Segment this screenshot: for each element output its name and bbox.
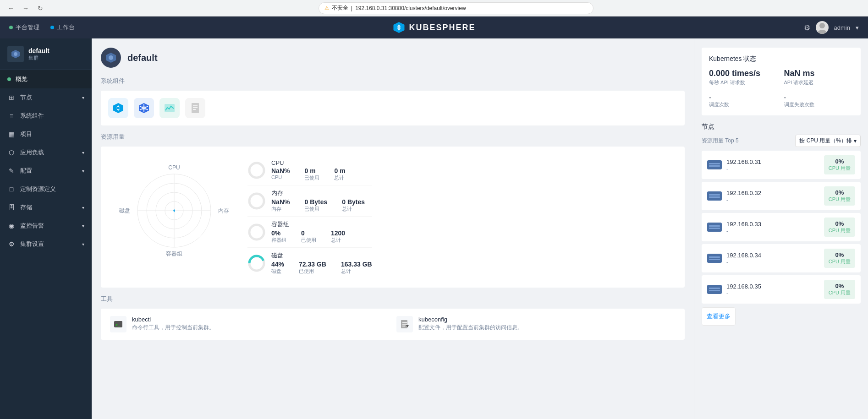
- component-k8s-icon[interactable]: [134, 98, 154, 118]
- custom-resources-icon: □: [7, 185, 16, 193]
- sort-dropdown[interactable]: 按 CPU 用量（%）排 ▾: [795, 135, 861, 147]
- svg-text:>_: >_: [115, 323, 120, 327]
- k8s-stats-grid: 0.000 times/s 每秒 API 请求数 NaN ms API 请求延迟: [709, 69, 853, 86]
- stats-divider: [709, 90, 853, 90]
- top-navbar: 平台管理 工作台 KUBESPHERE ⚙ admin ▾: [0, 16, 868, 38]
- platform-management-nav[interactable]: 平台管理: [9, 23, 39, 32]
- cpu-pct-item: NaN% CPU: [271, 167, 290, 181]
- pods-metric-name: 容器组: [271, 220, 345, 229]
- node-info-2: 192.168.0.33 -: [726, 221, 819, 234]
- schedule-count-stat: - 调度次数: [709, 94, 779, 108]
- node-item-1[interactable]: 192.168.0.32 - 0% CPU 用量: [702, 182, 861, 210]
- node-item-4[interactable]: 192.168.0.35 - 0% CPU 用量: [702, 275, 861, 304]
- view-more-button[interactable]: 查看更多: [702, 307, 736, 326]
- component-ks-icon[interactable]: [108, 98, 128, 118]
- pods-total-item: 1200 总计: [331, 229, 345, 244]
- logo: KUBESPHERE: [392, 21, 475, 34]
- projects-icon: ▦: [7, 131, 16, 138]
- logo-icon: [392, 21, 405, 34]
- sidebar-item-config[interactable]: ✎ 配置 ▾: [0, 162, 92, 180]
- sidebar-item-nodes[interactable]: ⊞ 节点 ▾: [0, 88, 92, 107]
- k8s-status-title: Kubernetes 状态: [709, 55, 853, 63]
- cpu-total-value: 0 m: [334, 167, 345, 174]
- memory-metric-info: 内存 NaN% 内存 0 Bytes 已使用: [271, 189, 365, 212]
- svg-rect-3: [397, 26, 400, 29]
- node-ip-0: 192.168.0.31: [726, 158, 819, 165]
- settings-icon[interactable]: ⚙: [804, 23, 810, 32]
- sidebar-item-storage[interactable]: 🗄 存储 ▾: [0, 198, 92, 217]
- node-sub-4: -: [726, 290, 819, 296]
- sidebar-item-cluster-settings[interactable]: ⚙ 集群设置 ▾: [0, 235, 92, 253]
- svg-marker-33: [174, 210, 175, 212]
- kubectl-icon: >_: [110, 316, 126, 332]
- pods-used-label: 已使用: [301, 237, 316, 244]
- node-badge-1: 0% CPU 用量: [824, 186, 855, 206]
- security-warning-text: 不安全: [332, 4, 348, 12]
- svg-point-36: [249, 225, 264, 239]
- pods-metric-info: 容器组 0% 容器组 0 已使用: [271, 220, 345, 244]
- sidebar-item-projects[interactable]: ▦ 项目: [0, 125, 92, 143]
- browser-bar: ← → ↻ ⚠ 不安全 | 192.168.0.31:30880/cluster…: [0, 0, 868, 16]
- sidebar-item-system-components[interactable]: ≡ 系统组件: [0, 107, 92, 125]
- security-warning-icon: ⚠: [324, 5, 329, 11]
- sidebar-label-nodes: 节点: [20, 93, 32, 102]
- sidebar-label-custom-resources: 定制资源定义: [20, 185, 56, 193]
- platform-label: 平台管理: [16, 23, 39, 32]
- sidebar-item-custom-resources[interactable]: □ 定制资源定义: [0, 180, 92, 198]
- schedule-fail-label: 调度失败次数: [784, 101, 854, 108]
- api-latency-label: API 请求延迟: [784, 79, 854, 86]
- disk-total-item: 163.33 GB 总计: [341, 261, 372, 275]
- user-dropdown-icon[interactable]: ▾: [856, 24, 859, 31]
- disk-used-value: 72.33 GB: [299, 261, 326, 268]
- nav-icons: ⚙: [804, 23, 810, 32]
- disk-metric-info: 磁盘 44% 磁盘 72.33 GB 已使用: [271, 251, 372, 275]
- top5-header: 资源用量 Top 5 按 CPU 用量（%）排 ▾: [702, 135, 861, 147]
- disk-total-label: 总计: [341, 268, 372, 275]
- overview-dot-icon: [7, 77, 11, 81]
- back-button[interactable]: ←: [5, 3, 16, 14]
- node-info-3: 192.168.0.34 -: [726, 252, 819, 265]
- storage-arrow-icon: ▾: [82, 205, 84, 210]
- pods-total-value: 1200: [331, 229, 345, 237]
- workspace-nav[interactable]: 工作台: [50, 23, 75, 32]
- sidebar-label-system-components: 系统组件: [20, 112, 44, 120]
- node-percent-2: 0%: [829, 220, 851, 227]
- address-bar[interactable]: ⚠ 不安全 | 192.168.0.31:30880/clusters/defa…: [319, 2, 593, 14]
- sidebar-item-monitoring[interactable]: ◉ 监控告警 ▾: [0, 217, 92, 235]
- node-server-icon-3: [707, 254, 722, 263]
- kubeconfig-icon: [396, 316, 413, 332]
- schedule-count-label: 调度次数: [709, 101, 779, 108]
- memory-used-label: 已使用: [304, 206, 327, 212]
- workspace-dot-icon: [50, 26, 54, 29]
- svg-point-35: [249, 194, 264, 208]
- component-monitoring-icon[interactable]: [159, 98, 180, 118]
- sidebar-item-app-workloads[interactable]: ⬡ 应用负载 ▾: [0, 143, 92, 162]
- page-title: default: [127, 53, 158, 63]
- kubectl-tool[interactable]: >_ kubectl 命令行工具，用于控制当前集群。: [110, 316, 389, 332]
- node-sub-2: -: [726, 228, 819, 234]
- component-docs-icon[interactable]: [185, 98, 205, 118]
- sidebar-label-monitoring: 监控告警: [20, 222, 44, 230]
- refresh-button[interactable]: ↻: [35, 3, 46, 14]
- node-item-2[interactable]: 192.168.0.33 - 0% CPU 用量: [702, 213, 861, 241]
- cpu-total-item: 0 m 总计: [334, 167, 345, 181]
- cpu-metric-name: CPU: [271, 159, 346, 166]
- node-item-3[interactable]: 192.168.0.34 - 0% CPU 用量: [702, 244, 861, 272]
- forward-button[interactable]: →: [20, 3, 31, 14]
- node-server-icon-0: [707, 160, 722, 169]
- monitoring-arrow-icon: ▾: [82, 223, 84, 229]
- disk-pct-label: 磁盘: [271, 268, 284, 275]
- config-icon: ✎: [7, 167, 16, 174]
- sidebar-item-overview[interactable]: 概览: [0, 70, 92, 88]
- svg-text:CPU: CPU: [168, 164, 180, 171]
- kubeconfig-info: kubeconfig 配置文件，用于配置当前集群的访问信息。: [418, 316, 523, 332]
- memory-total-item: 0 Bytes 总计: [342, 198, 365, 212]
- schedule-fail-stat: - 调度失败次数: [784, 94, 854, 108]
- page-header-icon: [101, 48, 121, 68]
- node-sub-3: -: [726, 259, 819, 265]
- node-item-0[interactable]: 192.168.0.31 - 0% CPU 用量: [702, 151, 861, 179]
- schedule-count-value: -: [709, 94, 779, 101]
- sidebar-label-config: 配置: [20, 167, 32, 175]
- cpu-pct-value: NaN%: [271, 167, 290, 174]
- kubeconfig-tool[interactable]: kubeconfig 配置文件，用于配置当前集群的访问信息。: [396, 316, 676, 332]
